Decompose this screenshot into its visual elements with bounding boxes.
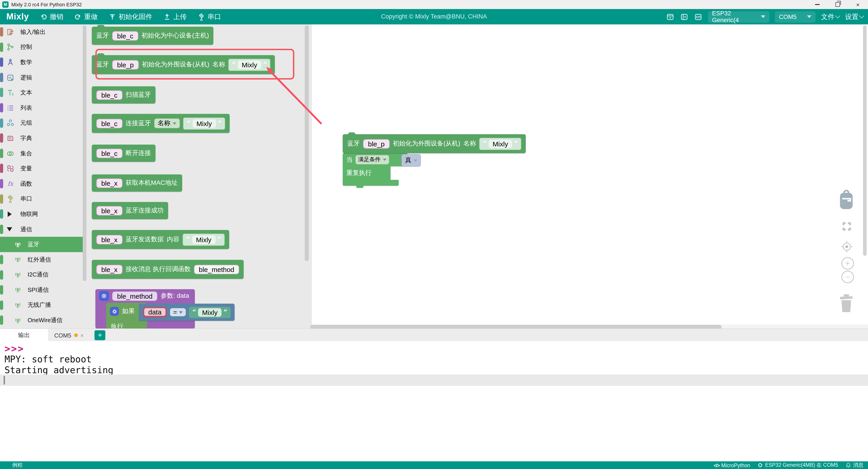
center-blocks-button[interactable] bbox=[841, 221, 852, 232]
block-ble-mac[interactable]: ble_x 获取本机MAC地址 bbox=[92, 174, 182, 192]
block-ble-connect[interactable]: ble_c 连接蓝牙 名称 “Mixly” bbox=[92, 114, 230, 133]
sidebar-item-infrared[interactable]: 红外通信 bbox=[0, 252, 83, 267]
ble-x-field[interactable]: ble_x bbox=[96, 206, 123, 215]
variable-block-data[interactable]: data bbox=[143, 307, 167, 317]
string-block[interactable]: “Mixly” bbox=[183, 233, 225, 245]
sidebar-item-bluetooth[interactable]: 蓝牙 bbox=[0, 237, 83, 252]
block-ble-disconnect[interactable]: ble_c 断开连接 bbox=[92, 144, 156, 162]
block-ble-scan[interactable]: ble_c 扫描蓝牙 bbox=[92, 86, 156, 103]
sidebar-item-math[interactable]: 数学 bbox=[0, 55, 83, 70]
ble-c-field[interactable]: ble_c bbox=[96, 148, 123, 158]
sidebar-item-onewire[interactable]: OneWire通信 bbox=[0, 313, 83, 328]
sidebar-item-text[interactable]: 文本 bbox=[0, 85, 83, 100]
string-block[interactable]: “Mixly” bbox=[228, 59, 271, 71]
sidebar-item-tuple[interactable]: 元组 bbox=[0, 115, 83, 131]
string-block[interactable]: “Mixly” bbox=[189, 307, 230, 318]
sidebar-item-wireless[interactable]: 无线广播 bbox=[0, 298, 83, 313]
function-name-field[interactable]: ble_method bbox=[112, 291, 158, 301]
toggle-bottom-panel-button[interactable] bbox=[666, 12, 675, 21]
name-dropdown[interactable]: 名称 bbox=[154, 119, 180, 128]
sidebar-item-i2c[interactable]: I2C通信 bbox=[0, 267, 83, 282]
zoom-out-button[interactable]: − bbox=[841, 271, 854, 283]
ble-x-field[interactable]: ble_x bbox=[96, 265, 123, 274]
undo-button[interactable]: 撤销 bbox=[40, 12, 63, 21]
add-tab-button[interactable]: + bbox=[94, 330, 105, 340]
gear-icon[interactable] bbox=[99, 291, 109, 301]
block-ble-connected[interactable]: ble_x 蓝牙连接成功 bbox=[92, 202, 168, 219]
sidebar-item-spi[interactable]: SPI通信 bbox=[0, 282, 83, 298]
backpack-button[interactable] bbox=[837, 190, 855, 210]
palette-scrollbar[interactable] bbox=[305, 25, 309, 261]
block-compare[interactable]: data = “Mixly” bbox=[139, 304, 235, 321]
tab-com5[interactable]: COM5 × bbox=[48, 329, 90, 342]
file-menu[interactable]: 文件 bbox=[821, 12, 839, 21]
block-ble-init-central[interactable]: 蓝牙 ble_c 初始化为中心设备(主机) bbox=[92, 27, 213, 45]
sidebar-item-communication[interactable]: 通信 bbox=[0, 222, 83, 237]
block-ble-init-peripheral[interactable]: 蓝牙 ble_p 初始化为外围设备(从机) 名称 “Mixly” bbox=[92, 55, 275, 74]
ble-p-field[interactable]: ble_p bbox=[363, 139, 390, 148]
sidebar-item-logic[interactable]: 逻辑 bbox=[0, 70, 83, 85]
block-ble-receive[interactable]: ble_x 接收消息 执行回调函数 ble_method bbox=[92, 260, 244, 279]
console-input[interactable] bbox=[0, 375, 868, 386]
zoom-in-button[interactable]: + bbox=[841, 257, 854, 270]
string-block[interactable]: “Mixly” bbox=[479, 138, 522, 150]
messages-button[interactable]: 消息 bbox=[845, 462, 864, 469]
restore-button[interactable] bbox=[827, 0, 848, 9]
code-view-button[interactable] bbox=[694, 12, 703, 21]
sidebar-item-serial[interactable]: 串口 bbox=[0, 191, 83, 206]
sidebar-item-io[interactable]: 输入/输出 bbox=[0, 24, 83, 39]
board-status[interactable]: ESP32 Generic(4MB) 在 COM5 bbox=[757, 462, 838, 469]
ble-x-field[interactable]: ble_x bbox=[96, 178, 123, 188]
upload-button[interactable]: 上传 bbox=[163, 12, 187, 21]
operator-dropdown[interactable]: = bbox=[170, 308, 186, 316]
block-ble-send[interactable]: ble_x 蓝牙发送数据 内容 “Mixly” bbox=[92, 230, 229, 249]
true-dropdown-block[interactable]: 真 bbox=[401, 154, 421, 167]
examples-button[interactable]: 例程 bbox=[4, 462, 23, 469]
collapsed-arrow-icon bbox=[8, 211, 12, 217]
minimize-button[interactable] bbox=[807, 0, 827, 9]
dropdown-arrow-icon bbox=[414, 159, 417, 162]
bell-icon bbox=[845, 462, 851, 468]
plus-icon: + bbox=[845, 259, 850, 268]
string-block[interactable]: “Mixly” bbox=[183, 117, 225, 129]
language-status[interactable]: </> MicroPython bbox=[714, 463, 750, 468]
sidebar-item-list[interactable]: 列表 bbox=[0, 100, 83, 115]
toggle-sidebar-button[interactable] bbox=[680, 12, 688, 21]
trash-button[interactable] bbox=[837, 293, 855, 313]
sidebar-item-variable[interactable]: 变量 bbox=[0, 161, 83, 176]
serial-button[interactable]: 串口 bbox=[197, 12, 221, 21]
init-firmware-button[interactable]: 初始化固件 bbox=[108, 12, 152, 21]
sidebar-scrollbar[interactable] bbox=[83, 25, 86, 281]
ws-block-ble-init-peripheral[interactable]: 蓝牙 ble_p 初始化为外围设备(从机) 名称 “Mixly” bbox=[343, 134, 526, 153]
tab-output[interactable]: 输出 bbox=[0, 329, 48, 342]
brand-menu[interactable]: Mixly bbox=[6, 12, 29, 22]
close-button[interactable]: × bbox=[848, 0, 868, 9]
sidebar-item-control[interactable]: 控制 bbox=[0, 39, 83, 55]
tuple-icon bbox=[6, 119, 14, 127]
close-icon: × bbox=[856, 2, 860, 7]
ble-x-field[interactable]: ble_x bbox=[96, 235, 123, 244]
close-tab-icon[interactable]: × bbox=[80, 332, 84, 339]
console-line: Starting advertising bbox=[4, 365, 114, 375]
locate-button[interactable] bbox=[840, 240, 853, 253]
condition-dropdown[interactable]: 满足条件 bbox=[355, 155, 389, 164]
ble-c-field[interactable]: ble_c bbox=[112, 31, 138, 40]
board-select[interactable]: ESP32 Generic(4 bbox=[708, 11, 770, 22]
callback-field[interactable]: ble_method bbox=[194, 265, 239, 274]
gear-icon[interactable] bbox=[110, 307, 119, 316]
redo-icon bbox=[74, 13, 82, 21]
ble-c-field[interactable]: ble_c bbox=[96, 90, 123, 100]
settings-menu[interactable]: 设置 bbox=[845, 12, 864, 21]
ble-c-field[interactable]: ble_c bbox=[96, 119, 123, 128]
workspace-vscrollbar[interactable] bbox=[863, 25, 867, 256]
sidebar-item-set[interactable]: 集合 bbox=[0, 146, 83, 161]
sidebar-item-function[interactable]: fx函数 bbox=[0, 176, 83, 191]
ble-p-field[interactable]: ble_p bbox=[112, 60, 138, 69]
redo-button[interactable]: 重做 bbox=[74, 12, 98, 21]
blockly-workspace[interactable] bbox=[312, 24, 868, 329]
sidebar-item-iot[interactable]: 物联网 bbox=[0, 206, 83, 222]
sidebar-item-dict[interactable]: 字典 bbox=[0, 131, 83, 146]
statusbar: 例程 </> MicroPython ESP32 Generic(4MB) 在 … bbox=[0, 461, 868, 469]
backpack-icon bbox=[837, 190, 855, 210]
port-select[interactable]: COM5 bbox=[775, 11, 815, 22]
